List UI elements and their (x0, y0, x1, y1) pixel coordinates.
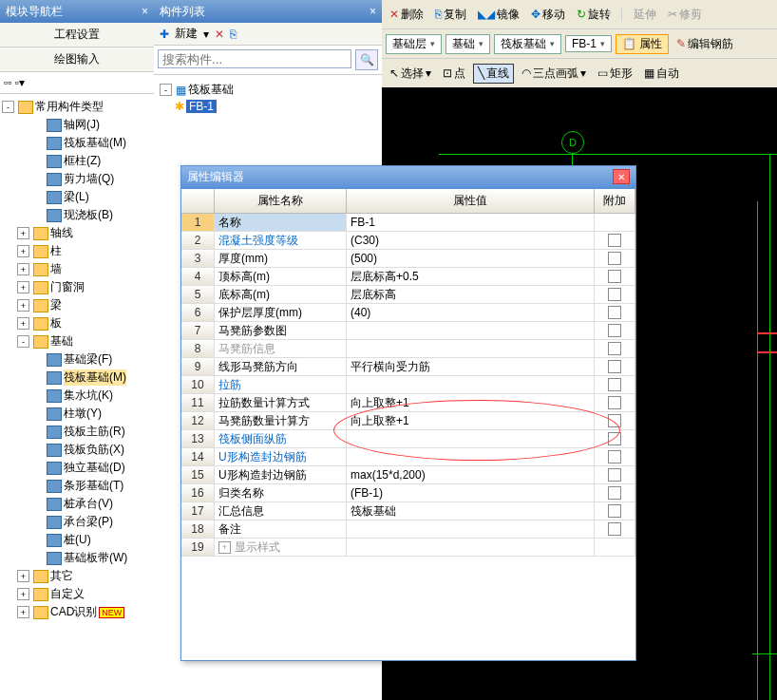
arc-tool[interactable]: ◠三点画弧 ▾ (518, 65, 590, 83)
floor-select[interactable]: 基础层 (386, 34, 442, 54)
tree-item[interactable]: 基础梁(F) (2, 350, 152, 369)
component-tree[interactable]: - 常用构件类型 轴网(J) 筏板基础(M) 框柱(Z) 剪力墙(Q) 梁(L)… (0, 94, 154, 700)
tree-item[interactable]: 筏板基础(M) (2, 369, 152, 387)
tree-item[interactable]: 框柱(Z) (2, 152, 152, 170)
point-tool[interactable]: ⊡点 (439, 65, 469, 83)
tree-item[interactable]: 现浇板(B) (2, 206, 152, 224)
tree-item[interactable]: 集水坑(K) (2, 387, 152, 405)
checkbox[interactable] (608, 450, 621, 464)
line-tool[interactable]: ╲直线 (473, 64, 514, 84)
rotate-button[interactable]: ↻旋转 (573, 6, 615, 24)
checkbox[interactable] (608, 378, 621, 391)
close-icon[interactable]: × (142, 5, 148, 18)
auto-tool[interactable]: ▦自动 (640, 65, 683, 83)
tree-root[interactable]: - 常用构件类型 (2, 98, 152, 116)
tab-project-settings[interactable]: 工程设置 (0, 23, 154, 47)
delete-icon[interactable]: ✕ (215, 28, 224, 41)
grid-row[interactable]: 7马凳筋参数图 (181, 322, 635, 340)
tree-item[interactable]: + 门窗洞 (2, 278, 152, 296)
tree-item[interactable]: 筏板负筋(X) (2, 441, 152, 459)
grid-row[interactable]: 5底标高(m)层底标高 (181, 286, 635, 304)
tree-item[interactable]: 独立基础(D) (2, 459, 152, 477)
checkbox[interactable] (608, 360, 621, 373)
property-button[interactable]: 📋属性 (616, 34, 669, 54)
select-tool[interactable]: ↖选择 ▾ (386, 65, 435, 83)
tree-item[interactable]: + CAD识别 NEW (2, 603, 152, 621)
grid-row[interactable]: 15U形构造封边钢筋max(15*d,200) (181, 466, 635, 484)
new-button[interactable]: 新建 (175, 26, 198, 42)
grid-row[interactable]: 6保护层厚度(mm)(40) (181, 304, 635, 322)
checkbox[interactable] (608, 396, 621, 409)
checkbox[interactable] (608, 252, 621, 265)
tree-item[interactable]: 桩承台(V) (2, 495, 152, 513)
tree-item[interactable]: 桩(U) (2, 531, 152, 549)
grid-row[interactable]: 9线形马凳筋方向平行横向受力筋 (181, 358, 635, 376)
module-nav-title: 模块导航栏 × (0, 0, 154, 23)
grid-row[interactable]: 3厚度(mm)(500) (181, 250, 635, 268)
tree-item[interactable]: + 梁 (2, 296, 152, 314)
checkbox[interactable] (608, 342, 621, 355)
checkbox[interactable] (608, 504, 621, 518)
copy-icon[interactable]: ⎘ (230, 28, 237, 41)
category-select[interactable]: 基础 (445, 34, 490, 54)
tree-item[interactable]: - 基础 (2, 332, 152, 350)
grid-row[interactable]: 4顶标高(m)层底标高+0.5 (181, 268, 635, 286)
tree-item[interactable]: + 板 (2, 314, 152, 332)
pane-title-text: 模块导航栏 (6, 4, 63, 20)
grid-row[interactable]: 10拉筋 (181, 376, 635, 394)
grid-row[interactable]: 17汇总信息筏板基础 (181, 502, 635, 520)
search-button[interactable]: 🔍 (355, 49, 378, 70)
move-button[interactable]: ✥移动 (527, 6, 569, 24)
list-root[interactable]: -▦ 筏板基础 (160, 81, 376, 99)
grid-header: 属性名称 属性值 附加 (181, 189, 635, 214)
tree-item[interactable]: + 柱 (2, 242, 152, 260)
grid-row[interactable]: 2混凝土强度等级(C30) (181, 232, 635, 250)
checkbox[interactable] (608, 468, 621, 482)
component-list-title: 构件列表 × (154, 0, 382, 23)
checkbox[interactable] (608, 270, 621, 283)
highlight-ellipse (333, 400, 620, 461)
tree-item[interactable]: 筏板主筋(R) (2, 423, 152, 441)
copy-button[interactable]: ⎘复制 (431, 6, 470, 24)
edit-rebar-button[interactable]: ✎编辑钢筋 (673, 35, 737, 53)
list-item[interactable]: ✱ FB-1 (160, 99, 376, 114)
tree-item[interactable]: 轴网(J) (2, 116, 152, 134)
trim-button[interactable]: ✂修剪 (664, 6, 706, 24)
checkbox[interactable] (608, 306, 621, 319)
tree-item[interactable]: 承台梁(P) (2, 513, 152, 531)
checkbox[interactable] (608, 324, 621, 337)
dialog-close-button[interactable]: ✕ (613, 169, 630, 184)
checkbox[interactable] (608, 486, 621, 500)
close-icon[interactable]: × (370, 5, 376, 18)
tree-item[interactable]: 梁(L) (2, 188, 152, 206)
checkbox[interactable] (608, 522, 621, 536)
tree-item[interactable]: 基础板带(W) (2, 549, 152, 567)
tree-item[interactable]: + 其它 (2, 567, 152, 585)
component-select[interactable]: FB-1 (565, 35, 612, 52)
tree-item[interactable]: 条形基础(T) (2, 477, 152, 495)
mirror-button[interactable]: ◣◢镜像 (474, 6, 523, 24)
tree-item[interactable]: + 墙 (2, 260, 152, 278)
tree-item[interactable]: 剪力墙(Q) (2, 170, 152, 188)
tab-draw-input[interactable]: 绘图输入 (0, 47, 154, 72)
tree-item[interactable]: + 轴线 (2, 224, 152, 242)
nav-icons: ▫▫ ▫▾ (0, 72, 154, 94)
checkbox[interactable] (608, 234, 621, 247)
tree-item[interactable]: + 自定义 (2, 585, 152, 603)
grid-row[interactable]: 18备注 (181, 520, 635, 539)
grid-row[interactable]: 19+显示样式 (181, 539, 635, 557)
delete-button[interactable]: ✕删除 (386, 6, 427, 24)
grid-row[interactable]: 1名称FB-1 (181, 214, 635, 232)
tree-item[interactable]: 柱墩(Y) (2, 405, 152, 423)
grid-row[interactable]: 8马凳筋信息 (181, 340, 635, 358)
edit-toolbar: ✕删除 ⎘复制 ◣◢镜像 ✥移动 ↻旋转 │ 延伸 ✂修剪 (382, 0, 777, 28)
grid-label: D (561, 131, 584, 154)
type-select[interactable]: 筏板基础 (494, 34, 561, 54)
grid-row[interactable]: 16归类名称(FB-1) (181, 484, 635, 502)
tree-item[interactable]: 筏板基础(M) (2, 134, 152, 152)
rect-tool[interactable]: ▭矩形 (594, 65, 636, 83)
dialog-titlebar[interactable]: 属性编辑器 ✕ (181, 166, 635, 189)
extend-button[interactable]: 延伸 (630, 6, 660, 24)
search-input[interactable] (158, 49, 351, 68)
checkbox[interactable] (608, 288, 621, 301)
